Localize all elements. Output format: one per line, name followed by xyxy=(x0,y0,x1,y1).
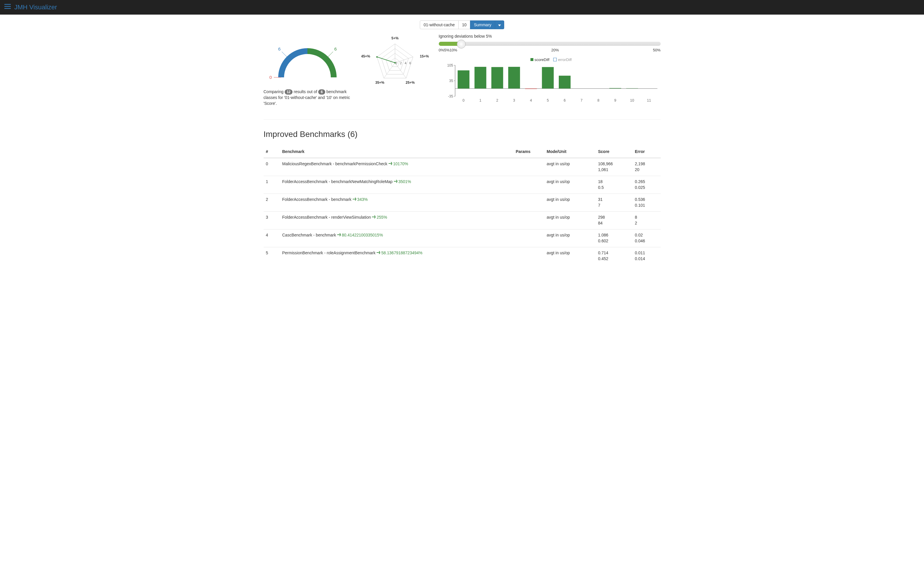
row-bench: PermissionBenchmark - roleAssignmentBenc… xyxy=(280,247,514,265)
svg-text:15+%: 15+% xyxy=(420,54,429,58)
arrow-up-icon xyxy=(337,233,341,238)
svg-rect-35 xyxy=(474,67,486,88)
svg-text:105: 105 xyxy=(447,64,453,67)
row-params xyxy=(514,158,544,176)
svg-rect-37 xyxy=(508,67,520,88)
row-params xyxy=(514,176,544,193)
radar-chart: 0 2 4 6 5+% 15+% 25+% 35+% 45+% xyxy=(360,33,430,89)
summary-button[interactable]: Summary xyxy=(470,20,495,29)
svg-point-20 xyxy=(394,62,395,64)
diff-bar-chart: -353510501234567891011 xyxy=(439,64,661,103)
slider-ticks: 0% 5% 10% 20% 50% xyxy=(439,47,661,53)
table-row[interactable]: 3FolderAccessBenchmark - renderViewSimul… xyxy=(264,211,661,229)
svg-text:35: 35 xyxy=(449,79,453,83)
row-bench: FolderAccessBenchmark - renderViewSimula… xyxy=(280,211,514,229)
run-a-button[interactable]: 01-without-cache xyxy=(420,20,459,29)
svg-text:10: 10 xyxy=(630,98,634,102)
row-idx: 2 xyxy=(264,193,280,211)
svg-text:45+%: 45+% xyxy=(361,54,370,58)
svg-text:9: 9 xyxy=(614,98,616,102)
row-bench: FolderAccessBenchmark - benchmarkNewMatc… xyxy=(280,176,514,193)
row-error: 0.265 0.025 xyxy=(633,176,661,193)
row-idx: 0 xyxy=(264,158,280,176)
row-error: 0.011 0.014 xyxy=(633,247,661,265)
deviation-slider[interactable]: Ignoring deviations below 5% 0% 5% 10% 2… xyxy=(439,33,661,53)
compare-mid: results out of xyxy=(293,89,318,94)
svg-text:1: 1 xyxy=(479,98,482,102)
row-error: 2,198 20 xyxy=(633,158,661,176)
row-mode: avgt in us/op xyxy=(544,229,596,247)
col-params[interactable]: Params xyxy=(514,146,544,158)
svg-text:4: 4 xyxy=(404,61,406,65)
col-score[interactable]: Score xyxy=(596,146,633,158)
row-bench: FolderAccessBenchmark - benchmark 343% xyxy=(280,193,514,211)
gauge-chart: 0 6 6 xyxy=(264,33,351,83)
section-title: Improved Benchmarks (6) xyxy=(264,128,661,140)
svg-text:3: 3 xyxy=(513,98,515,102)
table-row[interactable]: 2FolderAccessBenchmark - benchmark 343%a… xyxy=(264,193,661,211)
run-selector: 01-without-cache 10 Summary xyxy=(264,20,661,29)
svg-text:0: 0 xyxy=(462,98,465,102)
svg-text:35+%: 35+% xyxy=(375,81,384,85)
compare-pre: Comparing xyxy=(264,89,285,94)
table-row[interactable]: 1FolderAccessBenchmark - benchmarkNewMat… xyxy=(264,176,661,193)
svg-rect-42 xyxy=(525,88,536,89)
row-mode: avgt in us/op xyxy=(544,211,596,229)
row-score: 298 84 xyxy=(596,211,633,229)
row-params xyxy=(514,229,544,247)
table-row[interactable]: 5PermissionBenchmark - roleAssignmentBen… xyxy=(264,247,661,265)
row-score: 1.086 0.602 xyxy=(596,229,633,247)
row-bench: CascBenchmark - benchmark 80.41422100335… xyxy=(280,229,514,247)
svg-rect-34 xyxy=(457,70,469,88)
svg-rect-40 xyxy=(609,88,621,89)
svg-text:6: 6 xyxy=(564,98,565,102)
app-title[interactable]: JMH Visualizer xyxy=(14,3,57,12)
chevron-down-icon xyxy=(498,23,501,27)
gauge-left-label: 6 xyxy=(278,46,280,52)
row-params xyxy=(514,211,544,229)
run-b-button[interactable]: 10 xyxy=(458,20,471,29)
row-error: 8 2 xyxy=(633,211,661,229)
col-mode[interactable]: Mode/Unit xyxy=(544,146,596,158)
arrow-up-icon xyxy=(377,250,380,256)
row-mode: avgt in us/op xyxy=(544,158,596,176)
row-error: 0.02 0.046 xyxy=(633,229,661,247)
row-score: 18 0.5 xyxy=(596,176,633,193)
gauge-right-label: 6 xyxy=(334,46,337,52)
row-mode: avgt in us/op xyxy=(544,247,596,265)
summary-caret-button[interactable] xyxy=(495,20,504,29)
row-params xyxy=(514,247,544,265)
row-error: 0.536 0.101 xyxy=(633,193,661,211)
svg-rect-39 xyxy=(559,76,570,88)
col-err[interactable]: Error xyxy=(633,146,661,158)
table-row[interactable]: 0MaliciousRegexBenchmark - benchmarkPerm… xyxy=(264,158,661,176)
svg-text:6: 6 xyxy=(409,61,411,65)
row-score: 31 7 xyxy=(596,193,633,211)
row-mode: avgt in us/op xyxy=(544,193,596,211)
legend-swatch-b xyxy=(553,58,557,61)
arrow-up-icon xyxy=(394,179,397,185)
svg-line-4 xyxy=(282,52,287,58)
legend-swatch-a xyxy=(530,58,533,61)
svg-point-19 xyxy=(376,56,377,58)
row-score: 108,966 1,061 xyxy=(596,158,633,176)
row-idx: 3 xyxy=(264,211,280,229)
table-row[interactable]: 4CascBenchmark - benchmark 80.4142210033… xyxy=(264,229,661,247)
svg-rect-38 xyxy=(542,67,553,89)
menu-icon[interactable] xyxy=(5,4,11,11)
slider-knob[interactable] xyxy=(457,40,466,49)
svg-rect-36 xyxy=(491,67,503,89)
compare-text: Comparing 12 results out of 6 benchmark … xyxy=(264,89,351,106)
svg-text:5+%: 5+% xyxy=(391,36,398,40)
svg-text:2: 2 xyxy=(400,61,401,65)
svg-text:2: 2 xyxy=(496,98,498,102)
svg-text:11: 11 xyxy=(647,98,651,102)
row-score: 0.714 0.452 xyxy=(596,247,633,265)
row-idx: 5 xyxy=(264,247,280,265)
col-bench[interactable]: Benchmark xyxy=(280,146,514,158)
svg-text:-35: -35 xyxy=(448,94,453,98)
col-idx[interactable]: # xyxy=(264,146,280,158)
row-idx: 1 xyxy=(264,176,280,193)
svg-text:4: 4 xyxy=(530,98,532,102)
arrow-up-icon xyxy=(372,215,375,221)
